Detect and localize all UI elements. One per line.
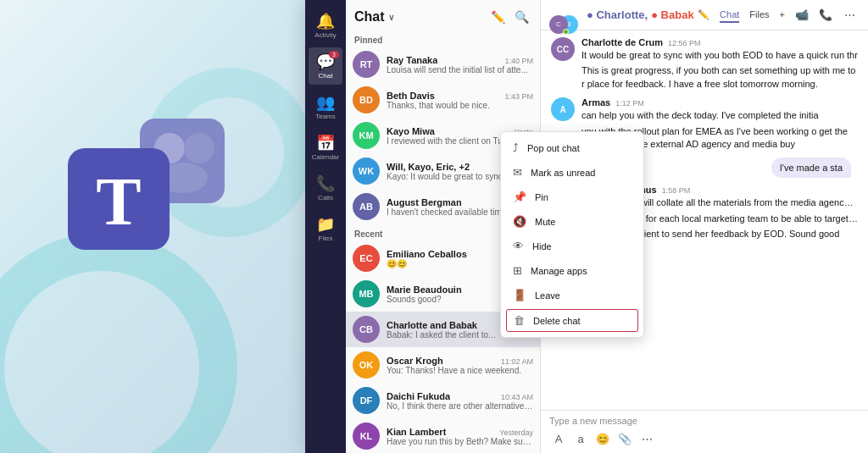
avatar-charlotte-babak: CB [353,316,380,343]
pop-out-icon: ⤴ [513,141,519,154]
chat-time-kian: Yesterday [499,428,533,437]
tab-files[interactable]: Files [749,8,769,23]
ctx-leave[interactable]: 🚪 Leave [501,283,643,307]
chat-header-icons: ✏️ 🔍 [487,7,531,27]
format-italic-tool[interactable]: a [571,429,590,448]
chat-item-ray[interactable]: RT Ray Tanaka 1:40 PM Louisa will send t… [346,47,540,82]
ctx-delete-chat[interactable]: 🗑 Delete chat [506,309,638,332]
avatar-emiliano: EC [353,245,380,272]
chat-name-marie: Marie Beaudouin [387,285,462,295]
ctx-mark-unread[interactable]: ✉ Mark as unread [501,160,643,185]
message-input-label[interactable]: Type a new message [549,416,860,426]
msg-avatar-1: CC [551,37,575,61]
left-nav: 🔔 Activity 3 💬 Chat 👥 Teams 📅 Calendar 📞… [305,0,346,453]
tab-chat[interactable]: Chat [720,8,739,23]
chat-name-oscar: Oscar Krogh [387,356,443,366]
chat-name-kian: Kian Lambert [387,427,446,437]
attach-tool[interactable]: 📎 [615,429,634,448]
chat-item-daichi[interactable]: DF Daichi Fukuda 10:43 AM No, I think th… [346,383,540,418]
nav-label-calendar: Calendar [312,153,339,161]
nav-item-files[interactable]: 📁 Files [309,210,342,247]
nav-item-calls[interactable]: 📞 Calls [309,169,342,207]
nav-item-activity[interactable]: 🔔 Activity [309,7,342,44]
audio-call-icon[interactable]: 📞 [815,5,836,25]
teams-icon: 👥 [316,93,335,112]
svg-point-2 [184,133,214,163]
svg-text:T: T [96,164,141,239]
message-group-1: CC Charlotte de Crum 12:56 PM It would b… [551,37,858,91]
ctx-label-pop-out: Pop out chat [527,143,580,153]
edit-title-icon[interactable]: ✏️ [698,9,709,20]
more-options-icon[interactable]: ⋯ [839,5,860,25]
chat-item-kian[interactable]: KL Kian Lambert Yesterday Have you run t… [346,418,540,453]
nav-label-teams: Teams [315,113,336,120]
more-tools[interactable]: ⋯ [637,429,656,448]
chat-name-august: August Bergman [387,197,462,207]
context-menu: ⤴ Pop out chat ✉ Mark as unread 📌 Pin 🔇 … [500,131,644,338]
ctx-label-delete: Delete chat [533,316,581,326]
chat-name-daichi: Daichi Fukuda [387,391,450,401]
message-input-area: Type a new message A a 😊 📎 ⋯ [541,410,868,453]
ctx-manage-apps[interactable]: ⊞ Manage apps [501,258,643,283]
avatar-will: WK [353,157,380,185]
avatar-beth: BD [353,86,380,113]
chat-title-caret: ∨ [388,13,394,22]
message-toolbar: A a 😊 📎 ⋯ [549,429,860,448]
msg-time-1: 12:56 PM [668,39,701,47]
video-call-icon[interactable]: 📹 [792,5,812,25]
mark-unread-icon: ✉ [513,166,522,179]
teams-logo: T [51,102,237,271]
chat-item-oscar[interactable]: OK Oscar Krogh 11:02 AM You: Thanks! Hav… [346,347,540,383]
avatar-oscar: OK [353,351,380,378]
chat-window-tabs: Chat Files + [720,8,785,23]
msg-sender-2: Armas [581,97,610,108]
ctx-label-manage-apps: Manage apps [531,266,587,276]
chat-name-kayo: Kayo Miwa [387,126,435,136]
msg-text-1b: This is great progress, if you both can … [581,64,858,91]
msg-content-1: Charlotte de Crum 12:56 PM It would be g… [581,37,858,91]
avatar-august: AB [353,193,380,220]
nav-item-chat[interactable]: 3 💬 Chat [309,47,342,85]
chat-name-will: Will, Kayo, Eric, +2 [387,162,470,172]
nav-item-teams[interactable]: 👥 Teams [309,88,342,125]
format-bold-tool[interactable]: A [549,429,568,448]
emoji-tool[interactable]: 😊 [593,429,612,448]
ctx-label-leave: Leave [535,290,560,301]
ctx-pin[interactable]: 📌 Pin [501,185,643,209]
ctx-pop-out[interactable]: ⤴ Pop out chat [501,135,643,160]
chat-info-ray: Ray Tanaka 1:40 PM Louisa will send the … [387,55,533,75]
chat-name-ray: Ray Tanaka [387,55,437,65]
chat-win-avatar-1: C [549,15,568,34]
hide-icon: 👁 [513,240,524,252]
ctx-hide[interactable]: 👁 Hide [501,234,643,258]
tab-add[interactable]: + [780,8,785,23]
chat-preview-kian: Have you run this by Beth? Make sure she… [387,437,533,446]
chat-list-title: Chat ∨ [354,9,394,25]
chat-time-beth: 1:43 PM [504,92,533,101]
delete-icon: 🗑 [514,314,525,327]
msg-text-right: I've made a sta [780,163,843,173]
nav-label-chat: Chat [319,72,333,80]
avatar-ray: RT [353,51,380,78]
msg-sender-1: Charlotte de Crum [581,37,663,47]
chat-preview-daichi: No, I think there are other alternatives… [387,401,533,411]
search-chat-icon[interactable]: 🔍 [511,7,531,27]
mute-icon: 🔇 [513,215,526,228]
nav-item-calendar[interactable]: 📅 Calendar [309,129,342,166]
online-indicator [563,29,569,35]
leave-icon: 🚪 [513,289,526,301]
manage-apps-icon: ⊞ [513,264,522,277]
avatar-kayo: KM [353,122,380,149]
chat-list-header: Chat ∨ ✏️ 🔍 [346,0,540,30]
participant-name-2: ● Babak [651,8,693,21]
ctx-label-mark-unread: Mark as unread [531,168,595,178]
calls-icon: 📞 [316,174,335,193]
new-chat-icon[interactable]: ✏️ [487,7,508,27]
msg-time-4: 1:58 PM [662,186,691,195]
chat-name-beth: Beth Davis [387,91,435,101]
files-icon: 📁 [316,215,335,234]
activity-icon: 🔔 [316,12,335,30]
msg-bubble-right: I've made a sta [771,157,851,178]
ctx-mute[interactable]: 🔇 Mute [501,209,643,234]
chat-item-beth[interactable]: BD Beth Davis 1:43 PM Thanks, that would… [346,82,540,118]
